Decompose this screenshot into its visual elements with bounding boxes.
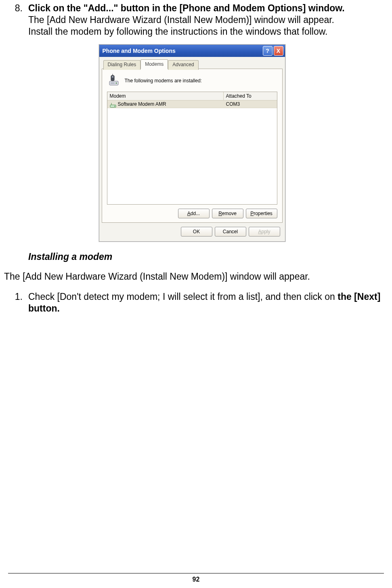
titlebar[interactable]: Phone and Modem Options ? X [99,45,285,57]
tab-advanced[interactable]: Advanced [168,60,198,70]
help-icon: ? [266,48,269,54]
step-8-title: Click on the "Add..." button in the [Pho… [28,3,345,13]
help-button[interactable]: ? [263,46,273,56]
col-header-modem[interactable]: Modem [107,92,224,100]
paragraph-wizard-appear: The [Add New Hardware Wizard (Install Ne… [4,271,384,282]
tab-strip: Dialing Rules Modems Advanced [102,59,283,69]
step-1: 1.Check [Don't detect my modem; I will s… [28,291,384,314]
add-button[interactable]: Add... [178,209,210,218]
screenshot-phone-modem-options: Phone and Modem Options ? X Dialing Rule… [0,44,384,242]
step-1-line1: Check [Don't detect my modem; I will sel… [28,291,335,302]
svg-rect-3 [111,75,114,81]
footer-rule [8,573,384,573]
tab-dialing-rules[interactable]: Dialing Rules [103,60,141,70]
step-8-body-1: The [Add New Hardware Wizard (Install Ne… [28,14,384,26]
remove-button[interactable]: Remove [212,209,243,218]
svg-point-7 [114,106,115,107]
page-number: 92 [193,576,200,583]
list-row-software-modem[interactable]: Software Modem AMR COM3 [107,100,277,108]
apply-button[interactable]: Apply [249,227,280,236]
step-8-body-2: Install the modem by following the instr… [28,26,384,38]
close-icon: X [277,48,280,54]
tab-panel-modems: The following modems are installed: Mode… [102,69,283,223]
step-1-number: 1. [9,291,23,303]
modem-list[interactable]: Modem Attached To [107,92,277,205]
section-heading-installing-modem: Installing a modem [28,251,384,262]
svg-rect-1 [111,82,115,84]
step-8: 8.Click on the "Add..." button in the [P… [28,2,384,37]
list-header: Modem Attached To [107,92,277,100]
row-name: Software Modem AMR [118,101,166,107]
panel-label: The following modems are installed: [125,78,202,84]
properties-button[interactable]: Properties [246,209,277,218]
page-footer: 92 [0,573,392,583]
step-8-number: 8. [9,2,23,14]
svg-point-2 [115,83,117,84]
cancel-button[interactable]: Cancel [215,227,246,236]
window-title: Phone and Modem Options [103,48,262,54]
row-port: COM3 [224,100,277,108]
close-button[interactable]: X [274,46,283,56]
ok-button[interactable]: OK [181,227,212,236]
dialog-window: Phone and Modem Options ? X Dialing Rule… [99,44,285,242]
tab-modems[interactable]: Modems [140,59,168,69]
modem-row-icon [110,102,116,107]
svg-rect-4 [112,76,113,77]
col-header-attached[interactable]: Attached To [224,92,277,100]
modem-icon [107,74,121,88]
